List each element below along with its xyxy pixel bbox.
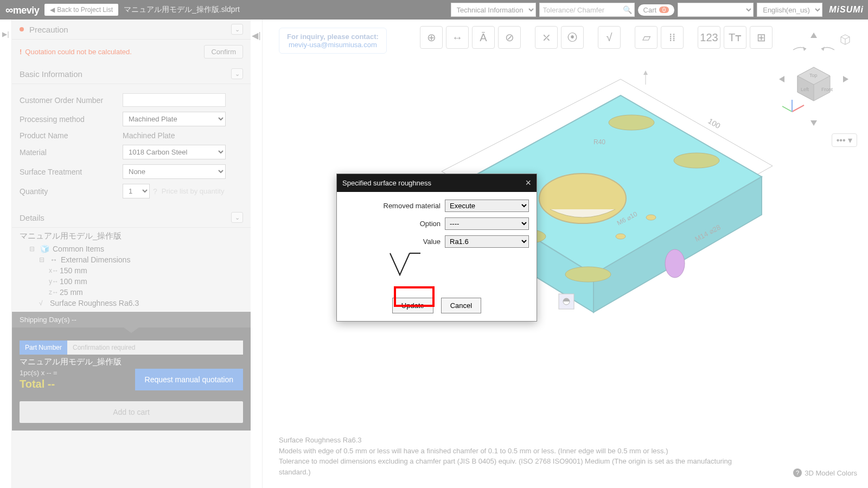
value-label: Value <box>344 237 445 246</box>
close-icon[interactable]: × <box>525 177 531 189</box>
modal-title: Specified surface roughness <box>342 179 431 187</box>
roughness-symbol-icon <box>388 251 420 278</box>
cancel-button[interactable]: Cancel <box>441 298 481 313</box>
update-button[interactable]: Update <box>392 298 433 313</box>
removed-material-label: Removed material <box>344 202 445 210</box>
option-select[interactable]: ---- <box>445 217 529 230</box>
value-select[interactable]: Ra1.6 <box>445 235 529 248</box>
option-label: Option <box>344 220 445 228</box>
roughness-modal: Specified surface roughness × Removed ma… <box>336 174 537 322</box>
removed-material-select[interactable]: Execute <box>445 200 529 212</box>
modal-header[interactable]: Specified surface roughness × <box>337 174 537 192</box>
